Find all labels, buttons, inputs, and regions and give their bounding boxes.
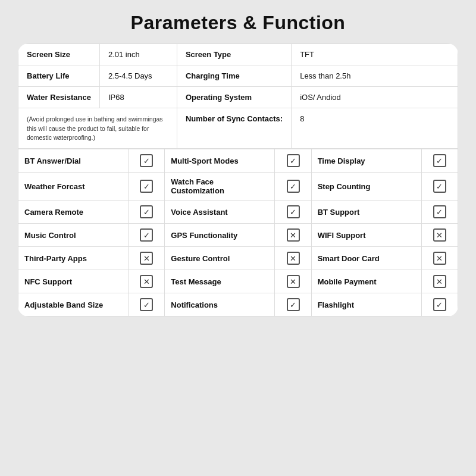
feature-name-cell: Weather Forcast: [18, 173, 129, 201]
spec-value2-cell: iOS/ Andiod: [292, 87, 458, 108]
feature-name-cell: Adjustable Band Size: [18, 293, 129, 317]
feature-checkbox: ✓: [287, 154, 300, 167]
feature-checkbox: ✕: [140, 275, 153, 288]
spec-value-cell: 8: [292, 108, 458, 149]
feature-checkbox: ✕: [433, 252, 446, 265]
feature-checkbox: ✕: [287, 252, 300, 265]
feature-checkbox: ✓: [287, 298, 300, 311]
feature-check-cell: ✓: [129, 293, 165, 317]
feature-check-cell: ✓: [275, 173, 311, 201]
spec-value-cell: IP68: [99, 87, 177, 108]
feature-name: Voice Assistant: [171, 208, 227, 217]
spec-value: IP68: [108, 93, 124, 102]
feature-name: Weather Forcast: [24, 182, 85, 191]
feature-check-cell: ✓: [129, 224, 165, 247]
feature-name-cell: WIFI Support: [311, 224, 421, 247]
spec-cell: Number of Sync Contacts:: [177, 108, 291, 149]
spec-value2: Less than 2.5h: [300, 71, 350, 80]
spec-label2-cell: Screen Type: [177, 44, 291, 65]
feature-name-cell: BT Answer/Dial: [18, 149, 129, 173]
feature-checkbox: ✕: [287, 275, 300, 288]
feature-check-cell: ✓: [129, 201, 165, 224]
spec-note: (Avoid prolonged use in bathing and swim…: [27, 115, 163, 141]
feature-name: Time Display: [318, 156, 365, 165]
feature-name-cell: Test Message: [165, 270, 275, 293]
feature-checkbox: ✓: [140, 205, 153, 218]
feature-checkbox: ✓: [140, 228, 153, 242]
spec-value: 2.5-4.5 Days: [108, 71, 152, 80]
spec-value: 2.01 inch: [108, 50, 140, 59]
feature-name-cell: Voice Assistant: [165, 201, 275, 224]
feature-name-cell: Music Control: [18, 224, 129, 247]
spec-label: Screen Size: [27, 50, 70, 59]
spec-value2-cell: TFT: [292, 44, 458, 65]
feature-name-cell: Multi-Sport Modes: [165, 149, 275, 173]
feature-name: Camera Remote: [24, 208, 83, 217]
feature-checkbox: ✓: [433, 298, 446, 311]
spec-label2: Charging Time: [186, 71, 240, 80]
feature-name: Flashlight: [318, 300, 354, 309]
feature-name: Watch Face Customization: [171, 177, 224, 195]
spec-label: Number of Sync Contacts:: [186, 114, 283, 123]
feature-name: Multi-Sport Modes: [171, 156, 238, 165]
feature-check-cell: ✓: [275, 201, 311, 224]
feature-check-cell: ✓: [421, 293, 458, 317]
feature-check-cell: ✓: [129, 173, 165, 201]
feature-name-cell: Camera Remote: [18, 201, 129, 224]
feature-name: BT Answer/Dial: [24, 156, 81, 165]
feature-name: WIFI Support: [318, 231, 366, 240]
feature-name: Music Control: [24, 231, 76, 240]
feature-check-cell: ✕: [275, 247, 311, 270]
feature-name: Gesture Control: [171, 254, 230, 263]
spec-label-cell: Battery Life: [18, 65, 100, 87]
features-table: BT Answer/Dial✓Multi-Sport Modes✓Time Di…: [18, 149, 458, 317]
feature-name-cell: Smart Door Card: [311, 247, 421, 270]
spec-value: 8: [300, 114, 304, 123]
feature-checkbox: ✓: [140, 154, 153, 167]
feature-checkbox: ✓: [287, 180, 300, 193]
feature-name: Step Counting: [318, 182, 371, 191]
feature-checkbox: ✕: [287, 228, 300, 242]
feature-check-cell: ✓: [129, 149, 165, 173]
feature-checkbox: ✓: [140, 180, 153, 193]
spec-label2-cell: Operating System: [177, 87, 291, 108]
feature-name-cell: Notifications: [165, 293, 275, 317]
feature-name-cell: Gesture Control: [165, 247, 275, 270]
feature-name-cell: Watch Face Customization: [165, 173, 275, 201]
feature-name: Test Message: [171, 277, 221, 286]
feature-check-cell: ✕: [275, 224, 311, 247]
feature-name-cell: NFC Support: [18, 270, 129, 293]
spec-value2: TFT: [300, 50, 314, 59]
page-title: Parameters & Function: [131, 12, 346, 34]
feature-name: NFC Support: [24, 277, 72, 286]
feature-name: Adjustable Band Size: [24, 300, 103, 309]
feature-name: Notifications: [171, 300, 218, 309]
feature-name-cell: Time Display: [311, 149, 421, 173]
feature-check-cell: ✕: [275, 270, 311, 293]
spec-label2-cell: Charging Time: [177, 65, 291, 87]
feature-checkbox: ✕: [140, 252, 153, 265]
feature-name: Third-Party Apps: [24, 254, 87, 263]
spec-value-cell: 2.5-4.5 Days: [99, 65, 177, 87]
spec-value-cell: 2.01 inch: [99, 44, 177, 65]
feature-name: Mobile Payment: [318, 277, 377, 286]
feature-name-cell: Step Counting: [311, 173, 421, 201]
specs-table: Screen Size 2.01 inch Screen Type TFT Ba…: [18, 43, 458, 149]
spec-value2-cell: Less than 2.5h: [292, 65, 458, 87]
feature-checkbox: ✓: [140, 298, 153, 311]
feature-check-cell: ✓: [421, 173, 458, 201]
spec-label: Water Resistance: [27, 93, 91, 102]
spec-value2: iOS/ Andiod: [300, 93, 341, 102]
feature-check-cell: ✓: [275, 293, 311, 317]
feature-check-cell: ✕: [421, 270, 458, 293]
feature-name-cell: Flashlight: [311, 293, 421, 317]
page: Parameters & Function Screen Size 2.01 i…: [0, 0, 476, 476]
spec-label2: Operating System: [186, 93, 252, 102]
feature-check-cell: ✕: [129, 270, 165, 293]
feature-checkbox: ✓: [287, 205, 300, 218]
feature-check-cell: ✓: [275, 149, 311, 173]
feature-name: GPS Functionality: [171, 231, 237, 240]
spec-label-cell: Screen Size: [18, 44, 100, 65]
card: Screen Size 2.01 inch Screen Type TFT Ba…: [18, 43, 458, 317]
feature-check-cell: ✕: [421, 247, 458, 270]
